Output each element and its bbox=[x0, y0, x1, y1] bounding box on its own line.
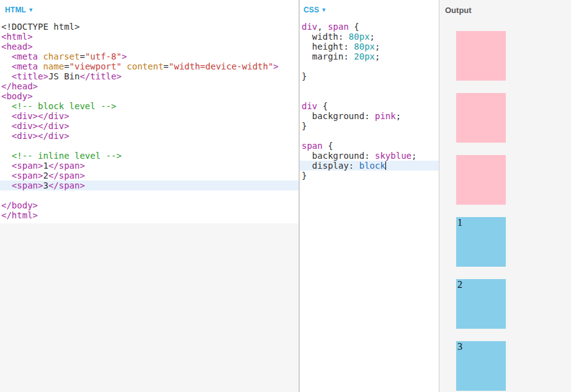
code-token: 3 bbox=[43, 180, 48, 190]
code-line[interactable]: <meta name="viewport" content="width=dev… bbox=[0, 61, 299, 71]
code-token: JS Bin bbox=[48, 71, 80, 81]
code-line[interactable]: height: 80px; bbox=[300, 42, 439, 51]
code-token: <span> bbox=[12, 180, 43, 190]
code-line[interactable]: width: 80px; bbox=[300, 32, 439, 42]
css-editor-panel: CSS▼ div, span { width: 80px; height: 80… bbox=[300, 0, 439, 392]
code-token: charset bbox=[38, 51, 79, 61]
code-line[interactable]: <div></div> bbox=[0, 111, 299, 121]
code-line[interactable]: <span>2</span> bbox=[0, 171, 299, 180]
code-token bbox=[1, 61, 12, 71]
output-panel: Output 123 bbox=[439, 0, 571, 392]
code-line[interactable]: div { bbox=[300, 101, 439, 111]
code-token: margin: bbox=[302, 51, 354, 61]
code-token: height: bbox=[302, 42, 354, 51]
output-box-skyblue: 2 bbox=[456, 279, 506, 329]
code-line[interactable]: } bbox=[300, 71, 439, 81]
html-code-editor[interactable]: <!DOCTYPE html><html><head> <meta charse… bbox=[0, 22, 299, 220]
code-line[interactable]: <!DOCTYPE html> bbox=[0, 22, 299, 32]
code-token bbox=[1, 71, 12, 81]
code-token: "utf-8" bbox=[85, 51, 122, 61]
code-token: block bbox=[359, 161, 385, 171]
code-line[interactable]: display: block bbox=[300, 161, 439, 171]
code-token: <span> bbox=[12, 171, 43, 180]
code-token: </span> bbox=[48, 180, 85, 190]
code-token: ; bbox=[375, 42, 380, 51]
html-panel-menu[interactable]: HTML▼ bbox=[5, 6, 34, 14]
code-token: ; bbox=[375, 51, 380, 61]
code-token: <meta bbox=[12, 61, 38, 71]
code-line[interactable]: </head> bbox=[0, 81, 299, 91]
css-panel-menu[interactable]: CSS▼ bbox=[303, 6, 326, 14]
code-token: <title> bbox=[12, 71, 48, 81]
code-token: <div></div> bbox=[12, 111, 70, 121]
code-token: div bbox=[302, 101, 317, 111]
code-token: </html> bbox=[1, 210, 38, 220]
code-line[interactable] bbox=[300, 81, 439, 91]
code-token: , bbox=[317, 22, 328, 32]
code-line[interactable] bbox=[300, 91, 439, 101]
code-token: name bbox=[38, 61, 64, 71]
code-line[interactable]: span { bbox=[300, 141, 439, 151]
code-line[interactable]: <body> bbox=[0, 91, 299, 101]
code-line[interactable]: } bbox=[300, 121, 439, 131]
code-line[interactable]: <!-- inline level --> bbox=[0, 151, 299, 161]
code-token: </head> bbox=[1, 81, 38, 91]
code-line[interactable]: <html> bbox=[0, 32, 299, 42]
css-panel-label: CSS bbox=[303, 6, 319, 14]
output-box-pink bbox=[456, 93, 506, 143]
code-token: = bbox=[79, 51, 84, 61]
code-token: <html> bbox=[1, 32, 33, 42]
code-token: "viewport" bbox=[70, 61, 122, 71]
code-line[interactable]: } bbox=[300, 171, 439, 180]
code-line[interactable]: <head> bbox=[0, 42, 299, 51]
code-line[interactable] bbox=[300, 61, 439, 71]
output-box-pink bbox=[456, 31, 506, 81]
code-token: { bbox=[323, 141, 333, 151]
code-token: > bbox=[122, 51, 127, 61]
code-line[interactable] bbox=[0, 190, 299, 200]
code-token bbox=[1, 151, 12, 161]
code-token: { bbox=[349, 22, 359, 32]
code-token: ; bbox=[370, 32, 375, 42]
css-code-editor[interactable]: div, span { width: 80px; height: 80px; m… bbox=[300, 22, 439, 180]
code-line[interactable]: div, span { bbox=[300, 22, 439, 32]
code-line[interactable]: </body> bbox=[0, 200, 299, 210]
output-box-label: 3 bbox=[456, 341, 506, 352]
code-token: <meta bbox=[12, 51, 38, 61]
code-token: } bbox=[302, 171, 307, 180]
code-token: <head> bbox=[1, 42, 33, 51]
code-token: pink bbox=[375, 111, 396, 121]
code-line[interactable]: <meta charset="utf-8"> bbox=[0, 51, 299, 61]
code-token bbox=[1, 131, 12, 141]
code-line[interactable]: </html> bbox=[0, 210, 299, 220]
output-box-pink bbox=[456, 155, 506, 205]
code-token: width: bbox=[302, 32, 349, 42]
code-line[interactable] bbox=[0, 141, 299, 151]
chevron-down-icon: ▼ bbox=[321, 7, 326, 13]
code-token: 80px bbox=[354, 42, 375, 51]
code-token: } bbox=[302, 71, 307, 81]
code-line[interactable] bbox=[300, 131, 439, 141]
code-line[interactable]: <span>3</span> bbox=[0, 180, 299, 190]
output-box-skyblue: 3 bbox=[456, 341, 506, 391]
code-token: ; bbox=[396, 111, 401, 121]
code-line[interactable]: background: pink; bbox=[300, 111, 439, 121]
code-line[interactable]: <title>JS Bin</title> bbox=[0, 71, 299, 81]
code-token bbox=[1, 171, 12, 180]
chevron-down-icon: ▼ bbox=[28, 7, 34, 13]
code-token: </span> bbox=[48, 161, 85, 171]
html-panel-label: HTML bbox=[5, 6, 26, 14]
code-token: background: bbox=[302, 151, 375, 161]
code-line[interactable]: background: skyblue; bbox=[300, 151, 439, 161]
code-token: <body> bbox=[1, 91, 33, 101]
code-line[interactable]: <div></div> bbox=[0, 121, 299, 131]
code-token bbox=[1, 101, 12, 111]
code-token: 20px bbox=[354, 51, 375, 61]
code-line[interactable]: <div></div> bbox=[0, 131, 299, 141]
code-line[interactable]: <span>1</span> bbox=[0, 161, 299, 171]
code-line[interactable]: margin: 20px; bbox=[300, 51, 439, 61]
code-token: <span> bbox=[12, 161, 43, 171]
code-token: > bbox=[273, 61, 278, 71]
code-line[interactable]: <!-- block level --> bbox=[0, 101, 299, 111]
code-token bbox=[1, 121, 12, 131]
